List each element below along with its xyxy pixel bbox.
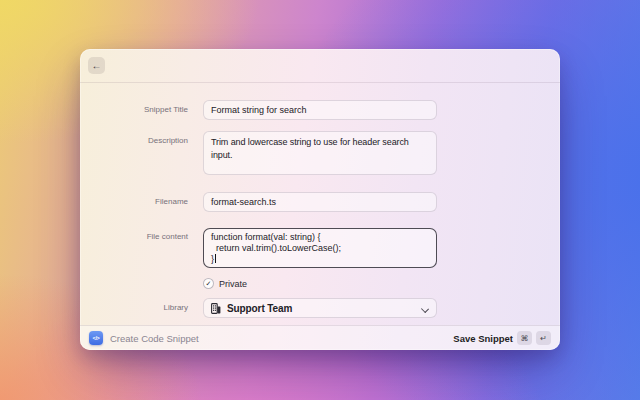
command-name: Create Code Snippet [110,333,199,344]
primary-action-group: Save Snippet ⌘ ↵ [453,331,551,345]
code-brackets-glyph: </> [92,335,99,341]
private-checkbox-label: Private [219,279,247,289]
text-cursor [215,254,216,263]
library-row: Library Support Team [80,298,560,318]
filename-row: Filename format-search.ts [80,192,560,212]
code-snippet-command-icon: </> [89,331,103,345]
check-icon: ✓ [206,280,212,287]
command-key-badge: ⌘ [517,331,532,345]
snippet-title-input[interactable]: Format string for search [203,100,437,120]
checkbox-circle: ✓ [203,278,214,289]
back-arrow-icon: ← [92,57,102,74]
library-dropdown[interactable]: Support Team [203,298,437,318]
file-content-label: File content [80,228,188,241]
library-selected-value: Support Team [227,303,292,314]
desktop-background: ← Snippet Title Format string for search… [0,0,640,400]
description-row: Description Trim and lowercase string to… [80,131,560,175]
code-line: function format(val: string) { [211,232,429,243]
save-snippet-button[interactable]: Save Snippet [453,333,513,344]
private-checkbox[interactable]: ✓ Private [203,278,247,289]
snippet-title-label: Snippet Title [80,100,188,120]
description-input[interactable]: Trim and lowercase string to use for hea… [203,131,437,175]
snippet-title-row: Snippet Title Format string for search [80,100,560,120]
description-value: Trim and lowercase string to use for hea… [211,137,409,160]
return-key-badge: ↵ [536,331,551,345]
description-label: Description [80,131,188,145]
window-header: ← [80,49,560,83]
snippet-title-value: Format string for search [211,105,307,115]
back-button[interactable]: ← [88,57,105,74]
chevron-down-icon [421,305,429,313]
action-bar: </> Create Code Snippet Save Snippet ⌘ ↵ [80,325,560,350]
code-line: } [211,254,429,265]
create-snippet-window: ← Snippet Title Format string for search… [80,49,560,350]
filename-input[interactable]: format-search.ts [203,192,437,212]
file-content-row: File content function format(val: string… [80,228,560,268]
file-content-input[interactable]: function format(val: string) { return va… [203,228,437,268]
private-row: ✓ Private [80,278,560,289]
building-icon [211,303,221,314]
filename-value: format-search.ts [211,197,276,207]
filename-label: Filename [80,192,188,212]
code-line: return val.trim().toLowerCase(); [211,243,429,254]
library-label: Library [80,298,188,318]
